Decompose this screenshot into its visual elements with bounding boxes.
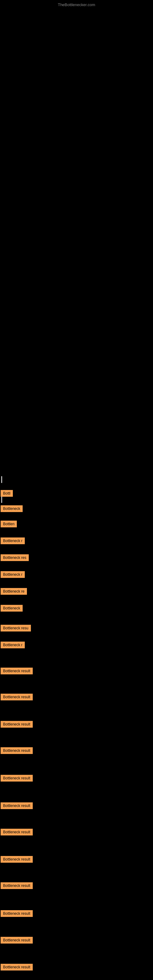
bottleneck-result-18[interactable]: Bottleneck result: [1, 856, 33, 863]
bottleneck-result-4[interactable]: Bottleneck r: [1, 538, 25, 544]
bottleneck-result-16[interactable]: Bottleneck result: [1, 802, 33, 809]
bottleneck-result-9[interactable]: Bottleneck resu: [1, 625, 31, 632]
bottleneck-result-10[interactable]: Bottleneck r: [1, 641, 25, 648]
bottleneck-result-3[interactable]: Bottlen: [1, 520, 17, 527]
cursor-line-1: [1, 496, 2, 503]
bottleneck-result-15[interactable]: Bottleneck result: [1, 775, 33, 781]
bottleneck-result-8[interactable]: Bottleneck: [1, 605, 22, 612]
bottleneck-result-12[interactable]: Bottleneck result: [1, 694, 33, 700]
bottleneck-result-21[interactable]: Bottleneck result: [1, 937, 33, 943]
bottleneck-result-5[interactable]: Bottleneck res: [1, 554, 29, 561]
bottleneck-result-14[interactable]: Bottleneck result: [1, 747, 33, 754]
site-title: TheBottlenecker.com: [58, 2, 95, 7]
cursor-line-0: [1, 476, 2, 483]
bottleneck-result-7[interactable]: Bottleneck re: [1, 588, 27, 595]
bottleneck-result-2[interactable]: Bottleneck: [1, 505, 22, 512]
bottleneck-result-13[interactable]: Bottleneck result: [1, 721, 33, 728]
bottleneck-result-19[interactable]: Bottleneck result: [1, 882, 33, 889]
bottleneck-result-1[interactable]: Bottl: [1, 490, 13, 497]
bottleneck-result-11[interactable]: Bottleneck result: [1, 668, 33, 675]
bottleneck-result-17[interactable]: Bottleneck result: [1, 829, 33, 835]
bottleneck-result-6[interactable]: Bottleneck r: [1, 571, 25, 578]
bottleneck-result-22[interactable]: Bottleneck result: [1, 964, 33, 970]
bottleneck-result-20[interactable]: Bottleneck result: [1, 910, 33, 917]
